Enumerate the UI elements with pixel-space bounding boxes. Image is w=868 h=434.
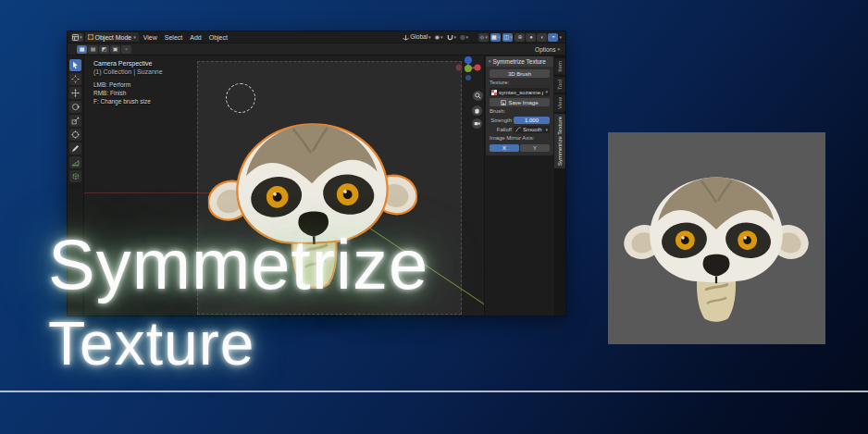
gizmo-z-axis <box>465 56 472 64</box>
result-preview <box>608 132 825 344</box>
gizmo-x-axis <box>474 64 480 70</box>
tab-tool[interactable]: Tool <box>554 77 565 93</box>
brush-label: Brush: <box>490 108 550 115</box>
footer-divider-line <box>0 391 868 392</box>
shading-material-icon[interactable]: ◐ <box>537 33 547 42</box>
snap-magnet-dropdown[interactable]: ▾ <box>446 33 458 42</box>
gizmo-z-neg-axis <box>465 75 471 81</box>
mode-label: Object Mode <box>95 34 132 41</box>
falloff-curve-icon <box>515 127 521 132</box>
gizmo-x-neg-axis <box>456 65 463 71</box>
brush-option-icon[interactable]: ▫ <box>121 45 131 54</box>
hand-icon <box>474 107 480 114</box>
select-cursor-icon <box>71 61 80 69</box>
brush-slot-icon[interactable]: ▦ <box>77 45 87 54</box>
promo-canvas: ▾ Object Mode ▾ View Select Add Object G… <box>0 0 868 434</box>
save-image-button[interactable]: Save Image <box>490 98 550 106</box>
hero-title: Symmetrize Texture <box>48 229 428 374</box>
texture-select[interactable]: symtex_suzanne.png ▾ <box>490 88 550 96</box>
hero-line-2: Texture <box>48 313 428 374</box>
rotate-icon <box>71 103 80 111</box>
brush-option-icon[interactable]: ◩ <box>99 45 109 54</box>
editor-type-icon[interactable]: ▾ <box>71 33 83 42</box>
show-overlays-dropdown[interactable]: ▦▾ <box>490 33 501 42</box>
orientation-icon <box>403 34 409 41</box>
zoom-button[interactable] <box>473 91 483 101</box>
pan-button[interactable] <box>472 105 482 116</box>
texture-name: symtex_suzanne.png <box>499 90 543 95</box>
texture-label: Texture: <box>490 80 550 86</box>
transform-orientation-dropdown[interactable]: Global ▾ <box>402 33 431 42</box>
camera-view-button[interactable] <box>472 118 482 129</box>
chevron-down-icon: ▾ <box>133 35 136 40</box>
strength-field[interactable]: 1.000 <box>514 117 550 124</box>
symmetrize-texture-panel: ▾ Symmetrize Texture 3D Brush Texture: s… <box>486 56 553 155</box>
sidebar-region: ▾ Symmetrize Texture 3D Brush Texture: s… <box>484 56 554 316</box>
chevron-down-icon: ▾ <box>545 90 548 94</box>
navigation-gizmo[interactable] <box>454 56 482 83</box>
orientation-label: Global <box>410 34 428 41</box>
falloff-select[interactable]: Smooth ▾ <box>514 126 550 133</box>
viewport-overlay-text: Camera Perspective (1) Collection | Suza… <box>93 59 163 76</box>
tool-rotate[interactable] <box>69 101 81 113</box>
menu-select[interactable]: Select <box>162 34 185 41</box>
move-icon <box>71 89 80 97</box>
keymap-hints: LMB: Perform RMB: Finish F: Change brush… <box>93 81 151 105</box>
viewport-header: ▾ Object Mode ▾ View Select Add Object G… <box>68 31 565 43</box>
panel-header[interactable]: ▾ Symmetrize Texture <box>486 56 553 67</box>
menu-view[interactable]: View <box>141 34 160 41</box>
collapse-chevron-icon: ▾ <box>489 59 491 64</box>
tool-measure[interactable] <box>69 156 81 168</box>
mirror-axis-toggle: X Y <box>490 144 550 152</box>
tab-item[interactable]: Item <box>554 58 565 75</box>
axis-y-button[interactable]: Y <box>520 144 550 152</box>
texture-checker-icon <box>491 90 497 95</box>
menu-add[interactable]: Add <box>187 34 204 41</box>
shading-solid-icon[interactable]: ● <box>526 33 536 42</box>
annotate-pen-icon <box>71 144 80 153</box>
shading-mode-group: ⊕ ● ◐ ◓ ▾ <box>515 33 562 42</box>
brush-option-icon[interactable]: ▣ <box>110 45 120 54</box>
tool-cursor[interactable] <box>69 73 81 85</box>
3d-cursor-icon <box>71 75 80 83</box>
collection-context: (1) Collection | Suzanne <box>93 68 163 76</box>
sidebar-tabs: Item Tool View Symmetrize Texture <box>554 56 565 316</box>
tool-annotate[interactable] <box>69 143 81 155</box>
tab-view[interactable]: View <box>554 94 565 112</box>
tab-symmetrize-texture[interactable]: Symmetrize Texture <box>554 114 565 168</box>
symmetrized-lemur-image <box>624 164 809 332</box>
brush-cursor-circle <box>226 83 255 113</box>
3d-brush-button[interactable]: 3D Brush <box>490 69 550 78</box>
tool-select-box[interactable] <box>69 59 81 71</box>
gizmo-y-axis <box>465 65 472 72</box>
scale-icon <box>71 117 80 125</box>
image-icon <box>501 100 506 105</box>
shading-rendered-icon[interactable]: ◓ <box>548 33 558 42</box>
brush-option-icon[interactable]: ▤ <box>88 45 98 54</box>
axis-x-button[interactable]: X <box>490 144 519 152</box>
hero-line-1: Symmetrize <box>48 229 428 300</box>
chevron-down-icon: ▾ <box>80 35 82 40</box>
tool-settings-bar: ▦ ▤ ◩ ▣ ▫ Options▾ <box>68 43 565 56</box>
xray-toggle-dropdown[interactable]: ◫▾ <box>502 33 513 42</box>
pivot-point-dropdown[interactable]: ◉▾ <box>434 33 444 42</box>
measure-icon <box>71 158 80 167</box>
proportional-editing-dropdown[interactable]: ◎▾ <box>459 33 469 42</box>
options-dropdown[interactable]: Options▾ <box>535 46 562 53</box>
falloff-label: Falloff <box>490 127 512 132</box>
view-name: Camera Perspective <box>93 59 163 68</box>
shading-wireframe-icon[interactable]: ⊕ <box>515 33 525 42</box>
magnet-icon <box>447 34 453 41</box>
show-gizmos-dropdown[interactable]: ⟐▾ <box>478 33 489 42</box>
menu-object[interactable]: Object <box>206 34 230 41</box>
strength-label: Strength <box>490 118 512 123</box>
mode-selector[interactable]: Object Mode ▾ <box>85 32 139 42</box>
panel-title: Symmetrize Texture <box>493 58 546 65</box>
tool-transform[interactable] <box>69 129 81 141</box>
tool-move[interactable] <box>69 87 81 99</box>
tool-add-cube[interactable] <box>69 170 81 182</box>
camera-icon <box>474 120 480 127</box>
mirror-axis-label: Image Mirror Axis: <box>490 135 550 142</box>
transform-icon <box>71 130 80 139</box>
tool-scale[interactable] <box>69 115 81 127</box>
